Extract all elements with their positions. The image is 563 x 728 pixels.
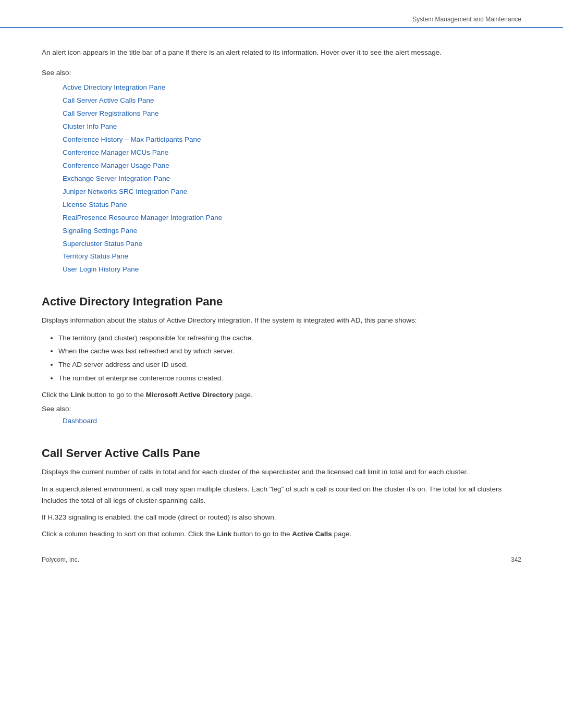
click-suffix: page. — [233, 391, 253, 399]
call-server-heading: Call Server Active Calls Pane — [42, 447, 521, 460]
click2-bold2: Active Calls — [292, 530, 332, 538]
supercluster-link[interactable]: Supercluster Status Pane — [63, 238, 521, 251]
call-server-para2: In a superclustered environment, a call … — [42, 484, 521, 507]
click2-middle: button to go to the — [231, 530, 292, 538]
link-list: Active Directory Integration PaneCall Se… — [63, 81, 521, 277]
signaling-link[interactable]: Signaling Settings Pane — [63, 225, 521, 238]
bullet-item: The number of enterprise conference room… — [58, 372, 521, 385]
header-rule — [0, 27, 563, 28]
click2-bold1: Link — [217, 530, 231, 538]
conference-history-link[interactable]: Conference History – Max Participants Pa… — [63, 133, 521, 146]
call-server-para1: Displays the current number of calls in … — [42, 466, 521, 478]
license-status-link[interactable]: License Status Pane — [63, 199, 521, 212]
page-number: 342 — [511, 556, 521, 563]
click-middle: button to go to the — [85, 391, 145, 399]
active-directory-click-note: Click the Link button to go to the Micro… — [42, 389, 521, 401]
click2-prefix: Click a column heading to sort on that c… — [42, 530, 217, 538]
intro-paragraph: An alert icon appears in the title bar o… — [42, 47, 521, 58]
company-name: Polycom, Inc. — [42, 556, 79, 563]
bullet-item: The AD server address and user ID used. — [58, 359, 521, 371]
call-server-para3: If H.323 signaling is enabled, the call … — [42, 512, 521, 523]
dashboard-link[interactable]: Dashboard — [63, 415, 521, 428]
footer: Polycom, Inc. 342 — [42, 556, 521, 563]
active-directory-link[interactable]: Active Directory Integration Pane — [63, 81, 521, 94]
juniper-link[interactable]: Juniper Networks SRC Integration Pane — [63, 186, 521, 199]
active-directory-heading: Active Directory Integration Pane — [42, 295, 521, 309]
active-directory-intro: Displays information about the status of… — [42, 315, 521, 326]
territory-link[interactable]: Territory Status Pane — [63, 250, 521, 263]
see-also-label: See also: — [42, 67, 521, 79]
user-login-link[interactable]: User Login History Pane — [63, 263, 521, 276]
active-directory-see-also: See also: — [42, 405, 521, 413]
call-server-active-link[interactable]: Call Server Active Calls Pane — [63, 94, 521, 107]
call-server-reg-link[interactable]: Call Server Registrations Pane — [63, 107, 521, 120]
header-title: System Management and Maintenance — [412, 16, 521, 23]
conference-manager-usage-link[interactable]: Conference Manager Usage Pane — [63, 159, 521, 172]
exchange-server-link[interactable]: Exchange Server Integration Pane — [63, 172, 521, 186]
click-bold1: Link — [71, 391, 85, 399]
click-bold2: Microsoft Active Directory — [146, 391, 234, 399]
click2-suffix: page. — [332, 530, 352, 538]
cluster-info-link[interactable]: Cluster Info Pane — [63, 120, 521, 133]
bullet-item: When the cache was last refreshed and by… — [58, 345, 521, 357]
active-directory-bullets: The territory (and cluster) responsible … — [58, 332, 521, 385]
call-server-click-note: Click a column heading to sort on that c… — [42, 528, 521, 540]
conference-manager-mcus-link[interactable]: Conference Manager MCUs Pane — [63, 146, 521, 159]
bullet-item: The territory (and cluster) responsible … — [58, 332, 521, 344]
realpresence-link[interactable]: RealPresence Resource Manager Integratio… — [63, 212, 521, 225]
click-prefix: Click the — [42, 391, 71, 399]
